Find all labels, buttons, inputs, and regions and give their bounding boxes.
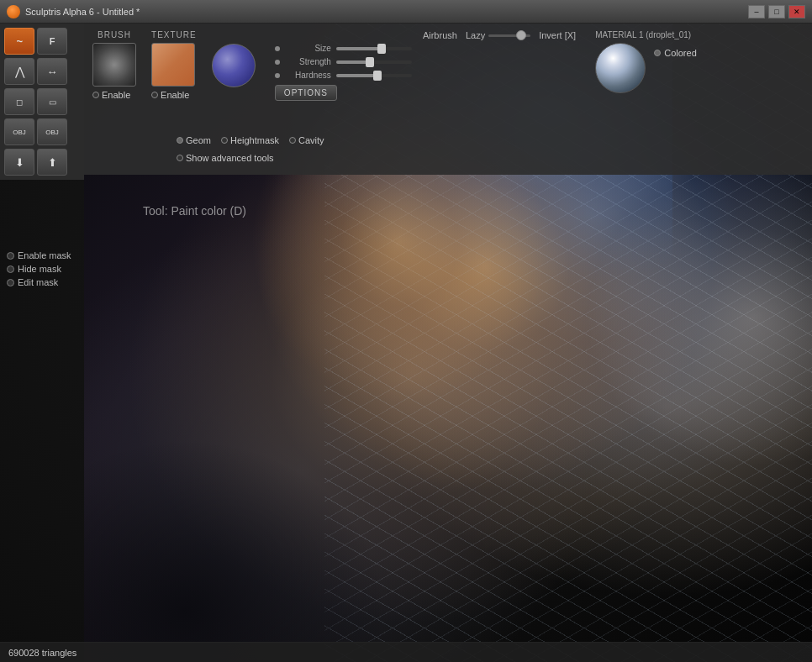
export2-button[interactable]: ⬆ (37, 149, 67, 176)
strength-slider[interactable] (336, 60, 412, 64)
strength-slider-row: Strength (275, 57, 412, 66)
close-button[interactable]: ✕ (788, 5, 805, 18)
size-thumb[interactable] (377, 44, 386, 54)
material-section: MATERIAL 1 (droplet_01) Colored (595, 30, 697, 93)
brush-enable-checkbox[interactable]: Enable (92, 90, 136, 100)
options-button[interactable]: OPTIONS (275, 85, 337, 101)
inflate-icon: ↔ (47, 66, 58, 78)
strength-dot (275, 60, 280, 65)
hide-mask-radio (7, 265, 14, 273)
obj-import-button[interactable]: OBJ (4, 118, 34, 145)
brush-smooth-button[interactable]: ~ (4, 28, 34, 55)
brush-flatten-button[interactable]: F (37, 28, 67, 55)
main-area: ~ F ⋀ ↔ ◻ ▭ OBJ (0, 24, 812, 662)
tool-row-4: OBJ OBJ (4, 118, 80, 145)
triangle-count: 690028 triangles (8, 648, 76, 658)
enable-mask-radio (7, 252, 14, 260)
smooth-icon: ~ (16, 35, 23, 48)
edit-mask-label: Edit mask (18, 277, 58, 287)
draw-icon: ◻ (16, 97, 23, 107)
status-bar: 690028 triangles (0, 642, 812, 662)
size-slider-row: Size (275, 44, 412, 53)
material-sphere[interactable] (595, 43, 646, 93)
crease-icon: ▭ (49, 97, 56, 107)
heightmask-radio (221, 137, 228, 144)
material-options: Colored (654, 43, 697, 58)
colored-row: Colored (654, 48, 697, 58)
brush-label: BRUSH (92, 30, 136, 39)
obj-export-button[interactable]: OBJ (37, 118, 67, 145)
brush-inflate-button[interactable]: ↔ (37, 58, 67, 85)
texture-section: TEXTURE Enable (151, 30, 197, 100)
maximize-button[interactable]: □ (768, 5, 785, 18)
show-advanced-checkbox[interactable]: Show advanced tools (177, 153, 274, 163)
size-slider[interactable] (336, 47, 412, 50)
heightmask-label: Heightmask (230, 135, 279, 145)
strength-thumb[interactable] (366, 57, 374, 67)
pinch-icon: ⋀ (15, 65, 24, 78)
window-title: Sculptris Alpha 6 - Untitled * (25, 7, 748, 17)
hardness-fill (336, 74, 378, 77)
hardness-thumb[interactable] (373, 71, 382, 81)
lazy-slider-handle[interactable] (516, 30, 526, 40)
left-toolbar: ~ F ⋀ ↔ ◻ ▭ OBJ (0, 24, 84, 180)
hide-mask-label: Hide mask (18, 264, 61, 274)
heightmask-checkbox[interactable]: Heightmask (221, 135, 279, 145)
crease-button[interactable]: ▭ (37, 88, 67, 115)
draw-button[interactable]: ◻ (4, 88, 34, 115)
texture-label: TEXTURE (151, 30, 197, 39)
cavity-checkbox[interactable]: Cavity (289, 135, 324, 145)
app-icon (7, 5, 20, 18)
geom-label: Geom (186, 135, 211, 145)
obj-export-icon: OBJ (45, 129, 59, 136)
edit-mask-radio (7, 279, 14, 286)
export2-icon: ⬆ (48, 156, 57, 169)
show-advanced-radio (177, 155, 183, 161)
color-swatch[interactable] (212, 44, 256, 87)
hardness-slider-row: Hardness (275, 71, 412, 80)
enable-mask-label: Enable mask (18, 250, 71, 260)
show-advanced-label: Show advanced tools (186, 153, 274, 163)
hardness-slider[interactable] (336, 74, 412, 77)
geom-radio (177, 137, 183, 144)
material-label: MATERIAL 1 (droplet_01) (595, 30, 697, 39)
top-controls: Airbrush Lazy Invert [X] (423, 30, 576, 40)
brush-section: BRUSH Enable (92, 30, 136, 100)
edit-mask-item[interactable]: Edit mask (7, 277, 71, 287)
size-fill (336, 47, 382, 50)
tool-row-3: ◻ ▭ (4, 88, 80, 115)
title-bar: Sculptris Alpha 6 - Untitled * – □ ✕ (0, 0, 812, 24)
export1-button[interactable]: ⬇ (4, 149, 34, 176)
mask-panel: Enable mask Hide mask Edit mask (7, 250, 71, 287)
brush-enable-label: Enable (102, 90, 130, 100)
texture-enable-checkbox[interactable]: Enable (151, 90, 197, 100)
hide-mask-item[interactable]: Hide mask (7, 264, 71, 274)
show-advanced-row: Show advanced tools (177, 153, 274, 163)
cavity-radio (289, 137, 296, 144)
airbrush-label: Airbrush (423, 30, 457, 40)
sliders-section: Size Strength Hardness (275, 44, 412, 101)
obj-import-icon: OBJ (13, 129, 26, 136)
export1-icon: ⬇ (15, 156, 24, 169)
colored-label: Colored (664, 48, 697, 58)
flatten-icon: F (50, 36, 55, 46)
texture-enable-radio (151, 92, 158, 98)
hardness-label: Hardness (285, 71, 331, 80)
tool-row-5: ⬇ ⬆ (4, 149, 80, 176)
lazy-slider-track[interactable] (488, 34, 530, 37)
brush-swatch[interactable] (92, 43, 136, 87)
geom-checkbox[interactable]: Geom (177, 135, 211, 145)
strength-label: Strength (285, 57, 331, 66)
cavity-label: Cavity (298, 135, 324, 145)
brush-pinch-button[interactable]: ⋀ (4, 58, 34, 85)
window-controls: – □ ✕ (748, 5, 805, 18)
lazy-label: Lazy (466, 30, 485, 40)
minimize-button[interactable]: – (748, 5, 765, 18)
size-label: Size (285, 44, 331, 53)
texture-swatch[interactable] (151, 43, 195, 87)
texture-enable-label: Enable (161, 90, 189, 100)
colored-radio (654, 50, 661, 56)
hardness-dot (275, 73, 280, 78)
enable-mask-item[interactable]: Enable mask (7, 250, 71, 260)
color-section (212, 44, 256, 89)
